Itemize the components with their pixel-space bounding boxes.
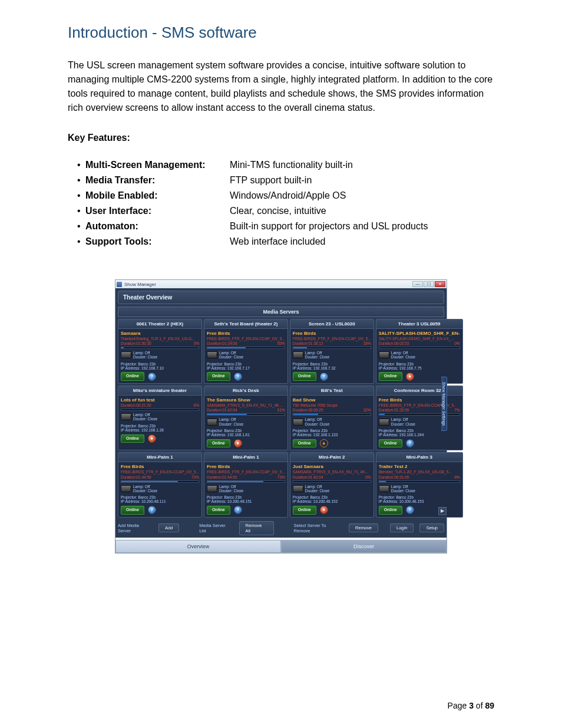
- projector-icon: [379, 351, 389, 358]
- key-features-title: Key Features:: [68, 133, 494, 143]
- login-button[interactable]: Login: [390, 523, 414, 532]
- remove-all-button[interactable]: Remove All: [239, 521, 274, 535]
- theater-overview-header: Theater Overview: [118, 291, 444, 304]
- tile-header: Mini-Palm 1: [118, 453, 201, 462]
- progress-bar: [379, 480, 460, 483]
- feature-value: Windows/Android/Apple OS: [230, 190, 494, 201]
- intro-paragraph: The USL screen management system softwar…: [68, 58, 494, 115]
- minimize-button[interactable]: —: [412, 281, 423, 287]
- online-button[interactable]: Online: [293, 372, 316, 381]
- progress-bar: [207, 413, 285, 416]
- server-tile[interactable]: Rick's DeskThe Samsura ShowSAMSARA_FTRV3…: [204, 386, 288, 450]
- online-button[interactable]: Online: [207, 372, 230, 381]
- content-meta: FREE-BIRDS_FTR_F_EN-EN-CCAP_OV_5...: [121, 470, 199, 475]
- percent-label: 3%: [194, 341, 199, 346]
- duration-label: Duration:00:00:25: [293, 408, 323, 413]
- duration-label: Duration:00:03:53: [379, 341, 409, 346]
- duration-label: Duration:01:44:50: [207, 475, 237, 480]
- setup-button[interactable]: Setup: [419, 523, 444, 532]
- app-icon: [117, 282, 122, 287]
- server-tile[interactable]: Conference Room 32BFree BirdsFREE-BIRDS_…: [376, 386, 463, 450]
- projector-icon: [121, 413, 131, 420]
- content-meta: Thanks4Sharing_TLR-1_F_EN-XX_US-G...: [121, 337, 199, 341]
- tile-body: The Samsura ShowSAMSARA_FTRV3_S_EN-XX_RU…: [204, 396, 287, 450]
- remove-button[interactable]: Remove: [349, 523, 378, 532]
- window-title: Show Manager: [124, 282, 156, 287]
- server-tile[interactable]: Mini-Palm 1Free BirdsFREE-BIRDS_FTR_F_EN…: [204, 452, 288, 517]
- percent-label: 73%: [191, 475, 199, 480]
- online-button[interactable]: Online: [121, 372, 144, 381]
- server-tile[interactable]: Mini-Palm 2Just SamsaraSAMSARA_FTRV3_S_E…: [290, 452, 374, 517]
- content-meta: SAMSARA_FTRV3_S_EN-XX_RU_71_4K...: [293, 470, 371, 475]
- lamp-douser-status: Lamp: OffDouser: Close: [305, 485, 329, 493]
- online-row: Online●: [207, 439, 285, 448]
- projector-info: Projector: Barco 23bIP Address: 192.168.…: [121, 362, 199, 371]
- server-tile[interactable]: Mike's miniature theaterLots of fun test…: [118, 386, 202, 450]
- progress-row: Duration:00:21:200%: [121, 403, 199, 408]
- online-button[interactable]: Online: [121, 434, 144, 443]
- progress-bar: [207, 480, 285, 483]
- online-button[interactable]: Online: [293, 439, 316, 448]
- projector-row: Lamp: OffDouser: Close: [121, 351, 199, 359]
- online-button[interactable]: Online: [121, 506, 144, 515]
- projector-info: Projector: Barco 23bIP Address: 192.168.…: [379, 362, 460, 371]
- status-indicator-icon: ?: [406, 506, 414, 514]
- status-indicator-icon: ●: [148, 434, 156, 443]
- server-tile[interactable]: Seth's Test Board (theater 2)Free BirdsF…: [204, 319, 288, 384]
- tile-body: SamsaraThanks4Sharing_TLR-1_F_EN-XX_US-G…: [118, 329, 201, 383]
- tab-overview[interactable]: Overview: [115, 540, 281, 553]
- online-button[interactable]: Online: [379, 372, 402, 381]
- progress-row: Duration:01:50:303%: [121, 341, 199, 346]
- tab-discover[interactable]: Discover: [281, 540, 447, 553]
- online-button[interactable]: Online: [379, 439, 402, 448]
- status-indicator-icon: ?: [148, 373, 156, 381]
- online-button[interactable]: Online: [207, 439, 230, 448]
- heading: Introduction - SMS software: [68, 24, 494, 42]
- tile-body: Trailer Test 2Blended_TLR-1-2D_F_EN-XX_U…: [376, 462, 462, 516]
- show-title: Free Birds: [207, 464, 285, 470]
- add-button[interactable]: Add: [158, 523, 179, 532]
- server-tile[interactable]: Theater 3 USL00593ALITY-SPLASH-DEMO_SHR_…: [376, 319, 463, 384]
- server-grid: 0061 Theater 2 (HEX)SamsaraThanks4Sharin…: [118, 319, 444, 518]
- percent-label: 51%: [277, 408, 285, 413]
- online-row: Online?: [207, 372, 285, 381]
- close-button[interactable]: ✕: [435, 281, 445, 287]
- percent-label: 0%: [454, 341, 459, 346]
- tile-header: Mike's miniature theater: [118, 386, 201, 396]
- server-tile[interactable]: Mini-Palm 1Free BirdsFREE-BIRDS_FTR_F_EN…: [118, 452, 202, 517]
- lamp-douser-status: Lamp: OffDouser: Close: [391, 351, 415, 359]
- server-tile[interactable]: 0061 Theater 2 (HEX)SamsaraThanks4Sharin…: [118, 319, 202, 384]
- content-meta: FREE-BIRDS_FTR_F_EN-EN-CCAP_OV_5...: [207, 470, 285, 475]
- online-row: Online?: [379, 439, 460, 448]
- maximize-button[interactable]: ☐: [424, 281, 434, 287]
- server-tile[interactable]: Bill's TestBad Show700 Welcome 7050 Scop…: [290, 386, 374, 450]
- projector-row: Lamp: OffDouser: Close: [207, 485, 285, 493]
- feature-label: Mobile Enabled:: [85, 190, 230, 201]
- online-row: Online?: [207, 506, 285, 515]
- online-button[interactable]: Online: [207, 506, 230, 515]
- progress-row: Duration:00:03:530%: [379, 341, 460, 346]
- scroll-right-button[interactable]: ▶: [438, 507, 447, 515]
- online-button[interactable]: Online: [293, 506, 316, 515]
- projector-icon: [379, 485, 389, 492]
- projector-row: Lamp: OffDouser: Close: [207, 417, 285, 426]
- projector-row: Lamp: OffDouser: Close: [379, 351, 460, 359]
- status-indicator-icon: ?: [148, 506, 156, 514]
- server-tile[interactable]: Mini-Palm 3Trailer Test 2Blended_TLR-1-2…: [376, 452, 463, 517]
- percent-label: 0%: [194, 403, 199, 408]
- progress-row: Duration:00:00:2532%: [293, 408, 371, 413]
- content-meta: 700 Welcome 7050 Scope: [293, 403, 371, 408]
- duration-label: Duration:01:42:04: [293, 475, 323, 480]
- show-title: Just Samsara: [293, 464, 371, 470]
- server-tile[interactable]: Screen 23 - USL0020Free BirdsFREE-BIRDS_…: [290, 319, 374, 384]
- percent-label: 32%: [363, 408, 371, 413]
- key-features-list: Multi-Screen Management:Mini-TMS functio…: [68, 160, 494, 247]
- lamp-douser-status: Lamp: OffDouser: Close: [219, 351, 243, 359]
- tile-body: Free BirdsFREE-BIRDS_FTR_F_EN-EN-CCAP_OV…: [290, 329, 373, 383]
- feature-value: FTP support built-in: [230, 175, 494, 186]
- online-button[interactable]: Online: [379, 506, 402, 515]
- progress-bar: [121, 409, 199, 411]
- content-meta: Blended_TLR-1-2D_F_EN-XX_US-GB_5...: [379, 470, 460, 475]
- settings-side-handle[interactable]: Show Manager Settings: [441, 377, 447, 431]
- show-title: 3ALITY-SPLASH-DEMO_SHR_F_EN-: [379, 331, 460, 337]
